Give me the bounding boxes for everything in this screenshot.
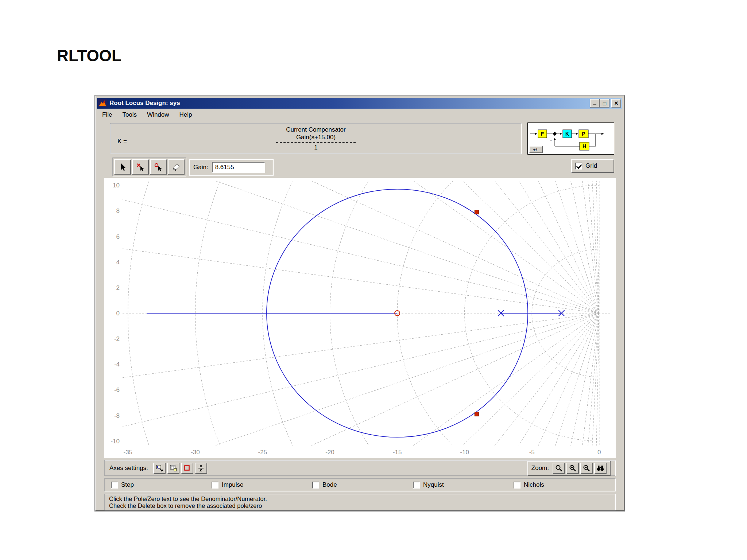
magnifier-icon xyxy=(555,464,563,472)
status-line-1: Click the Pole/Zero text to see the Deno… xyxy=(109,495,611,502)
x-tick-label: -20 xyxy=(325,449,334,456)
rltool-window: Root Locus Design: sys _ □ × File Tools … xyxy=(95,96,624,511)
zoom-xy-button[interactable] xyxy=(553,463,565,474)
full-view-button[interactable] xyxy=(594,463,607,474)
maximize-button[interactable]: □ xyxy=(600,99,609,108)
closed-loop-pole-handle[interactable] xyxy=(475,412,479,416)
minus-sign: - xyxy=(550,137,552,143)
magnifier-minus-icon xyxy=(582,464,591,472)
y-tick-label: 10 xyxy=(113,182,120,189)
window-titlebar[interactable]: Root Locus Design: sys _ □ × xyxy=(97,98,622,109)
nichols-checkbox[interactable] xyxy=(514,482,520,489)
x-tick-label: -10 xyxy=(460,449,469,456)
pointer-tool-button[interactable] xyxy=(114,159,131,175)
x-tick-label: -25 xyxy=(258,449,267,456)
impulse-label: Impulse xyxy=(222,481,244,489)
menu-file[interactable]: File xyxy=(97,110,117,120)
block-K-label: K xyxy=(565,131,569,137)
plot-area: -35-30-25-20-15-10-501086420-2-4-6-8-10 xyxy=(104,178,616,458)
minimize-icon: _ xyxy=(593,99,596,105)
close-button[interactable]: × xyxy=(611,99,621,108)
block-P-label: P xyxy=(582,131,585,137)
constraint-region-button[interactable] xyxy=(181,463,193,474)
status-box: Click the Pole/Zero text to see the Deno… xyxy=(104,494,616,510)
y-tick-label: -8 xyxy=(114,412,120,419)
grid-checkbox[interactable] xyxy=(575,163,582,170)
y-tick-label: 0 xyxy=(116,310,120,317)
compensator-equation: Current Compensator Gain(s+15.00) 1 xyxy=(276,126,356,151)
fraction-bar xyxy=(276,142,356,143)
menu-tools[interactable]: Tools xyxy=(117,110,142,120)
response-cell-step: Step xyxy=(105,481,206,489)
gain-label: Gain: xyxy=(193,164,208,171)
window-title: Root Locus Design: sys xyxy=(109,100,590,107)
compensator-denominator[interactable]: 1 xyxy=(276,144,356,151)
pointer-icon xyxy=(118,162,127,172)
discrete-mapping-button[interactable] xyxy=(195,463,207,474)
matlab-app-icon xyxy=(98,99,107,107)
feedback-wire xyxy=(555,138,580,146)
step-checkbox[interactable] xyxy=(111,482,118,489)
root-locus-plot[interactable]: -35-30-25-20-15-10-501086420-2-4-6-8-10 xyxy=(104,178,616,458)
k-equals-label: K = xyxy=(117,138,127,145)
axes-settings-label: Axes settings: xyxy=(109,464,148,472)
response-cell-impulse: Impulse xyxy=(206,481,306,489)
zoom-in-button[interactable] xyxy=(566,463,579,474)
step-label: Step xyxy=(121,481,134,489)
x-tick-label: 0 xyxy=(597,449,601,456)
bode-label: Bode xyxy=(322,481,337,489)
y-tick-label: -2 xyxy=(114,335,120,342)
y-tick-label: 8 xyxy=(116,207,120,214)
menu-help[interactable]: Help xyxy=(174,110,197,120)
response-cell-nichols: Nichols xyxy=(508,481,608,489)
x-tick-label: -15 xyxy=(393,449,402,456)
minimize-button[interactable]: _ xyxy=(590,99,600,108)
grid-toggle-panel: Grid xyxy=(571,159,614,173)
compensator-panel: K = Current Compensator Gain(s+15.00) 1 xyxy=(110,123,522,154)
y-tick-label: -10 xyxy=(111,438,120,445)
add-zero-tool-button[interactable] xyxy=(150,159,167,175)
gain-input[interactable] xyxy=(212,162,265,173)
x-tick-label: -35 xyxy=(123,449,132,456)
block-F-label: F xyxy=(541,131,544,137)
response-plots-bar: Step Impulse Bode Nyquist Nichols xyxy=(104,478,616,491)
plus-minus-button[interactable]: +/- xyxy=(529,146,543,153)
menu-bar: File Tools Window Help xyxy=(97,109,622,120)
status-line-2: Check the Delete box to remove the assoc… xyxy=(109,502,611,509)
add-zero-icon xyxy=(154,162,163,172)
y-tick-label: -6 xyxy=(114,386,120,393)
closed-loop-pole-handle[interactable] xyxy=(475,210,479,214)
sum-junction xyxy=(553,132,557,136)
z-transform-icon xyxy=(197,464,205,472)
axes-limits-button[interactable] xyxy=(153,463,166,474)
add-pole-tool-button[interactable] xyxy=(132,159,149,175)
x-tick-label: -30 xyxy=(191,449,200,456)
grid-label: Grid xyxy=(585,162,597,170)
compensator-numerator[interactable]: Gain(s+15.00) xyxy=(276,133,356,141)
x-tick-label: -5 xyxy=(529,449,535,456)
zoom-out-button[interactable] xyxy=(580,463,593,474)
block-H-label: H xyxy=(582,143,586,149)
binoculars-icon xyxy=(596,464,605,472)
add-pole-icon xyxy=(136,162,145,172)
response-cell-nyquist: Nyquist xyxy=(407,481,508,489)
nichols-label: Nichols xyxy=(524,481,544,489)
impulse-checkbox[interactable] xyxy=(212,482,218,489)
y-tick-label: 6 xyxy=(116,233,120,240)
red-square-icon xyxy=(183,464,191,472)
zoom-label: Zoom: xyxy=(531,464,549,472)
compensator-title: Current Compensator xyxy=(276,126,356,133)
close-icon: × xyxy=(614,100,618,106)
y-tick-label: 4 xyxy=(116,259,120,266)
plot-background xyxy=(104,178,616,458)
erase-tool-button[interactable] xyxy=(168,159,185,175)
nyquist-checkbox[interactable] xyxy=(413,482,420,489)
bode-checkbox[interactable] xyxy=(312,482,319,489)
zoom-group: Zoom: xyxy=(527,461,611,476)
y-tick-label: -4 xyxy=(114,361,120,368)
gain-group: Gain: xyxy=(189,159,274,176)
menu-window[interactable]: Window xyxy=(142,110,174,120)
axes-grid-button[interactable] xyxy=(167,463,179,474)
magnifier-plus-icon xyxy=(569,464,577,472)
nyquist-label: Nyquist xyxy=(423,481,444,489)
